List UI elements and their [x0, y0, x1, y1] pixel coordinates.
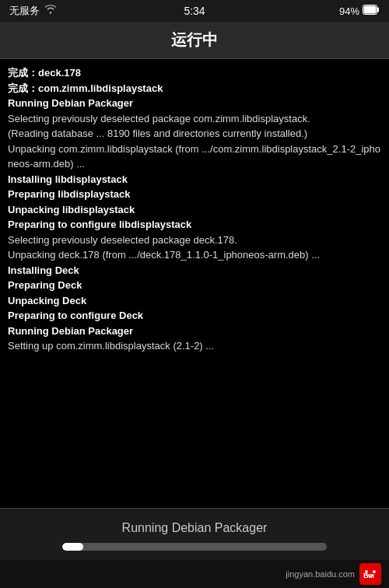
baidu-logo: Bai	[359, 563, 381, 585]
log-line: (Reading database ... 8190 files and dir…	[8, 126, 381, 142]
log-line: Running Debian Packager	[8, 324, 381, 339]
status-right: 94%	[339, 5, 380, 17]
progress-bar-container	[62, 543, 327, 551]
page-title: 运行中	[0, 30, 389, 51]
svg-rect-2	[364, 6, 377, 14]
svg-point-6	[373, 570, 376, 573]
log-line: Installing libdisplaystack	[8, 172, 381, 187]
log-line: Preparing to configure Deck	[8, 308, 381, 324]
status-bar: 无服务 5:34 94%	[0, 0, 389, 22]
footer-text: jingyan.baidu.com	[286, 569, 355, 579]
log-line: Unpacking Deck	[8, 293, 381, 309]
status-left: 无服务	[9, 4, 57, 18]
log-line: Setting up com.zimm.libdisplaystack (2.1…	[8, 338, 381, 354]
log-line: Running Debian Packager	[8, 96, 381, 111]
log-line: Unpacking libdisplaystack	[8, 202, 381, 218]
svg-point-5	[365, 570, 368, 573]
battery-percent: 94%	[339, 5, 359, 17]
log-line: Preparing Deck	[8, 278, 381, 293]
progress-label: Running Debian Packager	[122, 521, 268, 535]
log-line: Selecting previously deselected package …	[8, 233, 381, 248]
battery-icon	[363, 5, 380, 17]
progress-bar-fill	[62, 543, 83, 551]
log-line: Installing Deck	[8, 263, 381, 278]
log-area: 完成：deck.178完成：com.zimm.libdisplaystackRu…	[0, 59, 389, 440]
log-line: 完成：com.zimm.libdisplaystack	[8, 81, 381, 96]
log-line: Unpacking deck.178 (from .../deck.178_1.…	[8, 247, 381, 263]
carrier-label: 无服务	[9, 4, 40, 18]
bottom-progress-area: Running Debian Packager	[0, 508, 389, 560]
svg-rect-1	[377, 8, 380, 12]
log-line: Selecting previously deselected package …	[8, 111, 381, 127]
log-line: Unpacking com.zimm.libdisplaystack (from…	[8, 142, 381, 172]
log-line: 完成：deck.178	[8, 65, 381, 81]
status-time: 5:34	[184, 5, 205, 17]
footer: jingyan.baidu.com Bai	[0, 560, 389, 588]
log-line: Preparing libdisplaystack	[8, 187, 381, 202]
wifi-icon	[44, 5, 57, 17]
log-line: Preparing to configure libdisplaystack	[8, 217, 381, 233]
title-bar: 运行中	[0, 22, 389, 59]
